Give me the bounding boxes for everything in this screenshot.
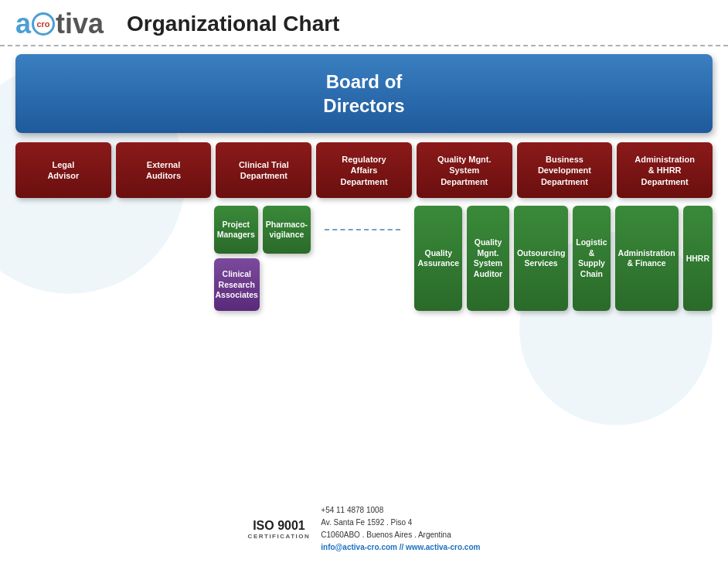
- dept-admin: Administration& HHRRDepartment: [617, 142, 713, 198]
- dashed-connector: [325, 229, 400, 230]
- footer-address1: Av. Santa Fe 1592 . Piso 4: [321, 517, 480, 529]
- iso-text: ISO 9001: [253, 519, 305, 533]
- spacer-external: [114, 206, 209, 311]
- clinical-sub-row: Project Managers Pharmaco-vigilance: [214, 206, 311, 254]
- quality-sub-row: Quality Assurance Quality Mgnt.SystemAud…: [414, 206, 509, 311]
- logo-tiva: tiva: [56, 8, 104, 40]
- level3-row: Project Managers Pharmaco-vigilance Clin…: [15, 206, 713, 311]
- iso-logo: ISO 9001: [253, 519, 305, 533]
- board-of-directors: Board ofDirectors: [15, 54, 713, 133]
- logo: a cro tiva: [15, 8, 104, 40]
- sub-hhrr: HHRR: [683, 206, 713, 311]
- footer-address2: C1060ABO . Buenos Aires . Argentina: [321, 529, 480, 541]
- sub-admin-finance: Administration& Finance: [615, 206, 679, 311]
- admin-sub-row: Administration& Finance HHRR: [615, 206, 713, 311]
- footer-contact: +54 11 4878 1008 Av. Santa Fe 1592 . Pis…: [321, 504, 480, 554]
- footer-phone: +54 11 4878 1008: [321, 504, 480, 517]
- dept-legal: LegalAdvisor: [15, 142, 111, 198]
- footer: ISO 9001 CERTIFICATION +54 11 4878 1008 …: [248, 504, 481, 554]
- dept-quality-mgmt: Quality Mgnt.SystemDepartment: [417, 142, 512, 198]
- business-sub-row: OutsourcingServices Logistic &Supply Cha…: [514, 206, 611, 311]
- logo-circle-icon: cro: [32, 12, 55, 36]
- dept-regulatory: RegulatoryAffairsDepartment: [316, 142, 412, 198]
- dept-clinical-trial: Clinical TrialDepartment: [216, 142, 311, 198]
- dept-business: BusinessDevelopmentDepartment: [517, 142, 613, 198]
- org-chart: Board ofDirectors LegalAdvisor ExternalA…: [0, 46, 728, 319]
- sub-pharmacovigilance: Pharmaco-vigilance: [263, 206, 311, 254]
- level2-row: LegalAdvisor ExternalAuditors Clinical T…: [15, 142, 713, 198]
- clinical-research-col: ClinicalResearchAssociates: [214, 258, 260, 311]
- sub-quality-auditor: Quality Mgnt.SystemAuditor: [467, 206, 509, 311]
- page: a cro tiva Organizational Chart Board of…: [0, 0, 728, 563]
- sub-logistic: Logistic &Supply Chain: [573, 206, 610, 311]
- page-title: Organizational Chart: [127, 12, 339, 36]
- spacer-legal: [15, 206, 110, 311]
- regulatory-spacer: [315, 206, 410, 311]
- iso-certification: CERTIFICATION: [248, 533, 311, 540]
- sub-project-managers: Project Managers: [214, 206, 258, 254]
- sub-outsourcing: OutsourcingServices: [514, 206, 568, 311]
- clinical-sub-col: Project Managers Pharmaco-vigilance Clin…: [214, 206, 311, 311]
- dept-external-auditors: ExternalAuditors: [116, 142, 212, 198]
- iso-badge: ISO 9001 CERTIFICATION: [248, 519, 311, 540]
- sub-clinical-research: ClinicalResearchAssociates: [214, 258, 260, 311]
- footer-website: info@activa-cro.com // www.activa-cro.co…: [321, 541, 480, 554]
- sub-quality-assurance: Quality Assurance: [414, 206, 462, 311]
- logo-a: a: [15, 8, 31, 40]
- header: a cro tiva Organizational Chart: [0, 0, 728, 46]
